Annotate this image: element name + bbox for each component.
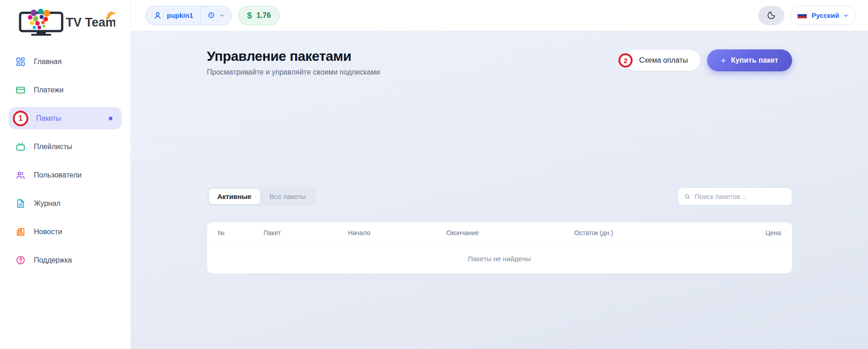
dollar-icon: $ — [247, 11, 252, 21]
active-dot — [109, 117, 112, 120]
gear-icon: ⚙ — [208, 11, 215, 20]
newspaper-icon — [15, 226, 26, 237]
column-header-start: Начало — [348, 229, 447, 236]
packages-toolbar: Активные Все пакеты — [207, 187, 792, 206]
topbar: pupkin1 ⚙ $ 1.76 Русский — [131, 0, 868, 31]
column-header-price: Цена — [726, 229, 781, 236]
column-header-end: Окончание — [447, 229, 575, 236]
tv-team-logo-icon: TV Team — [18, 8, 115, 37]
column-header-days-left: Остаток (дн.) — [575, 229, 726, 236]
sidebar-item-payments[interactable]: Платежи — [9, 79, 122, 101]
balance-amount: 1.76 — [256, 11, 271, 20]
page-actions: 2 Схема оплаты + Купить пакет — [625, 49, 792, 71]
help-circle-icon — [15, 255, 26, 266]
page-subtitle: Просматривайте и управляйте своими подпи… — [207, 68, 380, 76]
user-settings-button[interactable]: ⚙ — [201, 6, 231, 25]
app: TV Team Главная Платежи 1 Па — [0, 0, 868, 349]
sidebar-item-playlists[interactable]: Плейлисты — [9, 135, 122, 158]
user-menu-button[interactable]: pupkin1 — [146, 6, 201, 25]
theme-toggle-button[interactable] — [758, 6, 784, 25]
russian-flag-icon — [797, 12, 807, 19]
user-icon — [153, 11, 162, 20]
column-header-package: Пакет — [264, 229, 348, 236]
plus-icon: + — [721, 56, 726, 65]
brand-logo: TV Team — [18, 8, 130, 37]
buy-package-button[interactable]: + Купить пакет — [707, 49, 792, 71]
sidebar-item-home[interactable]: Главная — [9, 50, 122, 73]
content-container: Управление пакетами Просматривайте и упр… — [207, 31, 792, 274]
moon-icon — [767, 11, 776, 20]
sidebar-item-label: Новости — [34, 228, 62, 236]
sidebar-item-label: Платежи — [34, 86, 64, 94]
topbar-right: Русский — [758, 6, 856, 25]
package-search — [678, 188, 792, 205]
page-title: Управление пакетами — [207, 48, 380, 64]
chevron-down-icon — [843, 13, 849, 18]
language-selector[interactable]: Русский — [790, 6, 856, 25]
language-label: Русский — [811, 11, 839, 19]
sidebar-item-label: Журнал — [34, 199, 60, 208]
annotation-badge-1: 1 — [13, 111, 28, 126]
chevron-down-icon — [219, 12, 225, 18]
sidebar-item-packages[interactable]: 1 Пакеты — [9, 107, 122, 129]
search-icon — [684, 193, 691, 200]
balance-badge[interactable]: $ 1.76 — [238, 6, 280, 25]
content: Управление пакетами Просматривайте и упр… — [131, 31, 868, 349]
page-header: Управление пакетами Просматривайте и упр… — [207, 48, 792, 76]
empty-state-message: Пакеты не найдены — [207, 243, 792, 274]
packages-table: № Пакет Начало Окончание Остаток (дн.) Ц… — [207, 222, 792, 274]
packages-tabs: Активные Все пакеты — [207, 187, 316, 206]
tab-active-packages[interactable]: Активные — [209, 189, 260, 204]
users-icon — [15, 170, 26, 181]
sidebar-item-label: Пользователи — [34, 171, 81, 179]
payment-scheme-label: Схема оплаты — [639, 56, 688, 64]
username: pupkin1 — [167, 11, 193, 19]
credit-card-icon — [15, 85, 26, 96]
sidebar-item-news[interactable]: Новости — [9, 220, 122, 243]
document-icon — [15, 198, 26, 209]
sidebar: TV Team Главная Платежи 1 Па — [0, 0, 131, 349]
annotation-badge-2: 2 — [618, 54, 633, 68]
sidebar-item-support[interactable]: Поддержка — [9, 249, 122, 271]
sidebar-item-label: Плейлисты — [34, 143, 72, 151]
sidebar-item-label: Главная — [34, 58, 62, 66]
page-header-text: Управление пакетами Просматривайте и упр… — [207, 48, 380, 76]
sidebar-item-label: Поддержка — [34, 256, 72, 264]
user-pill: pupkin1 ⚙ — [145, 6, 232, 25]
table-header-row: № Пакет Начало Окончание Остаток (дн.) Ц… — [207, 222, 792, 243]
tab-all-packages[interactable]: Все пакеты — [261, 189, 314, 204]
buy-package-label: Купить пакет — [731, 56, 778, 64]
dashboard-icon — [15, 56, 26, 67]
sidebar-item-journal[interactable]: Журнал — [9, 192, 122, 215]
sidebar-item-label: Пакеты — [36, 114, 61, 123]
payment-scheme-button[interactable]: 2 Схема оплаты — [625, 50, 700, 71]
tv-icon — [15, 141, 26, 152]
search-input[interactable] — [695, 193, 786, 200]
main-area: pupkin1 ⚙ $ 1.76 Русский — [131, 0, 868, 349]
sidebar-nav: Главная Платежи 1 Пакеты Плейлисты — [0, 50, 130, 277]
sidebar-item-users[interactable]: Пользователи — [9, 164, 122, 186]
column-header-number: № — [218, 229, 264, 236]
